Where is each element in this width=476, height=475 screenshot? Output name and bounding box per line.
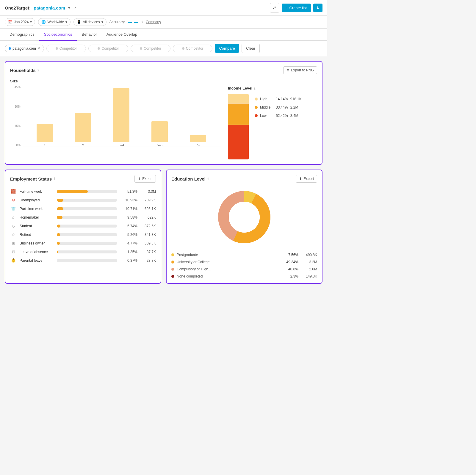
emp-row-business: ⊞ Business owner 4.77% 309.8K <box>10 239 156 247</box>
fulltime-pct: 51.3% <box>120 189 137 194</box>
compare-button[interactable]: Compare <box>215 44 239 53</box>
unemployed-bar-container <box>57 199 117 202</box>
households-info-icon[interactable]: ℹ <box>37 68 39 72</box>
create-list-button[interactable]: + Create list <box>282 4 311 12</box>
university-val: 3.2M <box>301 260 317 264</box>
income-low-val: 3.4M <box>290 114 298 118</box>
info-icon-accuracy: ℹ <box>142 20 143 24</box>
devices-chevron: ▾ <box>101 20 103 24</box>
active-competitor-tag[interactable]: patagonia.com ✕ <box>5 45 44 52</box>
parental-icon: 👶 <box>10 258 17 263</box>
fulltime-val: 3.3M <box>140 189 156 194</box>
competitor-placeholder-1[interactable]: Competitor <box>46 45 86 52</box>
company-label[interactable]: Company <box>146 20 161 24</box>
parttime-val: 695.1K <box>140 207 156 211</box>
none-val: 149.3K <box>301 274 317 278</box>
tab-demographics[interactable]: Demographics <box>5 29 39 41</box>
postgrad-val: 490.8K <box>301 253 317 257</box>
income-info-icon[interactable]: ℹ <box>254 86 256 90</box>
nav-tabs: Demographics Socioeconomics Behavior Aud… <box>0 29 327 41</box>
location-chevron: ▾ <box>65 20 67 24</box>
leave-icon: ⊠ <box>10 250 17 254</box>
bar-group-2: 2 <box>66 86 100 147</box>
retired-val: 341.3K <box>140 233 156 237</box>
active-competitor-label: patagonia.com <box>12 46 36 51</box>
leave-bar-container <box>57 250 117 253</box>
university-dot <box>171 261 174 264</box>
location-filter[interactable]: 🌐 Worldwide ▾ <box>38 18 71 26</box>
bar-1 <box>37 124 53 142</box>
retired-label: Retired <box>20 233 54 237</box>
homemaker-pct: 9.58% <box>120 215 137 220</box>
external-link-icon[interactable]: ↗ <box>73 6 76 10</box>
emp-row-leave: ⊠ Leave of absence 1.35% 87.7K <box>10 248 156 256</box>
leave-pct: 1.35% <box>120 250 137 254</box>
domain-chevron[interactable]: ▾ <box>68 6 70 10</box>
remove-competitor-icon[interactable]: ✕ <box>37 46 40 50</box>
y-label-0: 0% <box>10 144 21 147</box>
tab-audience-overlap[interactable]: Audience Overlap <box>102 29 142 41</box>
export-icon: ⬆ <box>286 68 289 72</box>
edu-legend-university: University or College 49.34% 3.2M <box>171 260 317 264</box>
fulltime-bar-fill <box>57 190 88 193</box>
clear-button[interactable]: Clear <box>242 44 260 53</box>
business-bar-fill <box>57 242 60 245</box>
edu-legend-postgrad: Postgraduate 7.56% 490.8K <box>171 253 317 257</box>
parttime-icon: 👕 <box>10 206 17 211</box>
competitor-placeholder-2[interactable]: Competitor <box>88 45 128 52</box>
tab-socioeconomics[interactable]: Socioeconomics <box>39 29 77 41</box>
bar-4 <box>151 121 168 142</box>
parttime-label: Part-time work <box>20 207 54 211</box>
income-middle-label: Middle <box>260 105 273 109</box>
accuracy-label: Accuracy: <box>109 20 125 24</box>
parental-bar-container <box>57 259 117 262</box>
emp-row-unemployed: ⊘ Unemployed 10.93% 709.9K <box>10 196 156 204</box>
income-section: Income Level ℹ High 14 <box>228 79 317 159</box>
education-donut-container <box>171 187 317 247</box>
education-info-icon[interactable]: ℹ <box>207 177 209 181</box>
parental-label: Parental leave <box>20 258 54 263</box>
employment-card: Employment Status ℹ ⬆ Export 🧱 Full-time… <box>5 170 161 284</box>
download-button[interactable]: ⬇ <box>313 4 322 12</box>
competitor-placeholder-4[interactable]: Competitor <box>173 45 213 52</box>
emp-row-retired: ☆ Retired 5.26% 341.3K <box>10 231 156 239</box>
business-label: Business owner <box>20 241 54 245</box>
emp-row-student: ◇ Student 5.74% 372.6K <box>10 222 156 230</box>
bar-2 <box>75 113 91 142</box>
none-label: None completed <box>177 274 281 278</box>
emp-row-homemaker: ⌂ Homemaker 9.58% 622K <box>10 213 156 221</box>
education-export-button[interactable]: ⬆ Export <box>296 175 317 183</box>
income-legend-low: Low 52.42% 3.4M <box>255 114 302 118</box>
employment-export-button[interactable]: ⬆ Export <box>134 175 156 183</box>
business-val: 309.8K <box>140 241 156 245</box>
compulsory-dot <box>171 268 174 271</box>
unemployed-icon: ⊘ <box>10 198 17 202</box>
expand-button[interactable]: ⤢ <box>270 3 279 12</box>
accuracy-dashes: — — <box>128 20 139 24</box>
employment-info-icon[interactable]: ℹ <box>54 177 55 181</box>
income-low-dot <box>255 114 258 117</box>
app-header: One2Target: patagonia.com ▾ ↗ ⤢ + Create… <box>0 0 327 16</box>
active-dot <box>9 47 11 50</box>
bar-label-1: 1 <box>44 143 46 147</box>
none-dot <box>171 275 174 278</box>
bar-label-3: 3–4 <box>119 143 124 147</box>
student-label: Student <box>20 224 54 228</box>
unemployed-pct: 10.93% <box>120 198 137 202</box>
education-export-icon: ⬆ <box>299 177 302 181</box>
income-middle-pct: 33.44% <box>276 105 288 109</box>
tab-behavior[interactable]: Behavior <box>77 29 101 41</box>
households-export-button[interactable]: ⬆ Export to PNG <box>283 66 317 74</box>
date-filter[interactable]: 📅 Jan 2024 ▾ <box>5 18 35 26</box>
business-pct: 4.77% <box>120 241 137 245</box>
student-val: 372.6K <box>140 224 156 228</box>
devices-icon: 📱 <box>77 20 81 24</box>
income-high-label: High <box>260 97 273 101</box>
competitor-placeholder-3[interactable]: Competitor <box>131 45 170 52</box>
domain-name[interactable]: patagonia.com <box>34 5 65 10</box>
leave-label: Leave of absence <box>20 250 54 254</box>
calendar-icon: 📅 <box>8 20 12 24</box>
devices-filter[interactable]: 📱 All devices ▾ <box>73 18 106 26</box>
bar-3 <box>113 88 129 142</box>
education-donut-chart <box>214 187 274 247</box>
